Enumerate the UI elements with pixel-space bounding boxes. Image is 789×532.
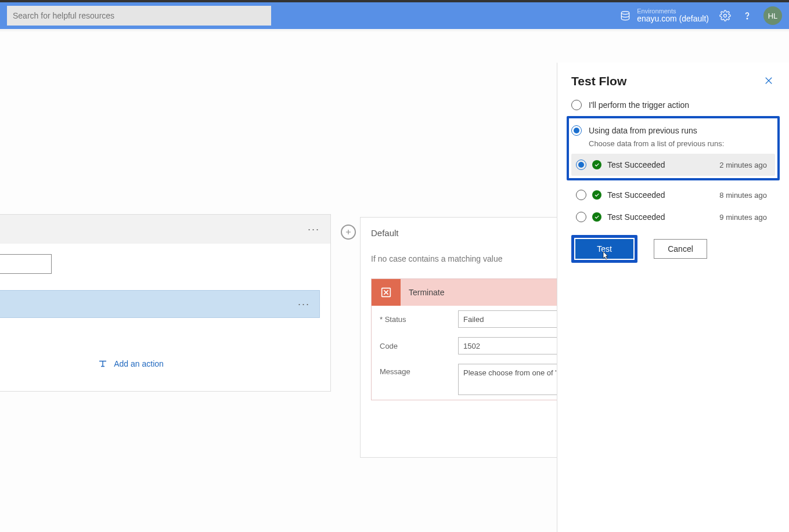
svg-point-0 (622, 11, 629, 14)
app-header: Environments enayu.com (default) HL (0, 0, 789, 29)
run-row-0[interactable]: Test Succeeded 2 minutes ago (571, 154, 775, 176)
plus-icon (344, 228, 352, 236)
radio-icon (571, 100, 582, 110)
run-label: Test Succeeded (607, 212, 714, 222)
success-icon (592, 160, 601, 169)
run-row-1[interactable]: Test Succeeded 8 minutes ago (571, 184, 775, 206)
search-input[interactable] (7, 6, 271, 26)
run-time: 9 minutes ago (719, 213, 772, 222)
run-row-2[interactable]: Test Succeeded 9 minutes ago (571, 206, 775, 228)
panel-title: Test Flow (571, 74, 626, 88)
radio-icon (571, 125, 582, 136)
status-label: * Status (380, 315, 452, 324)
radio-icon (576, 212, 586, 222)
code-label: Code (380, 342, 452, 350)
flow-canvas: ··· e a card ··· Add an action Default I… (0, 31, 789, 532)
card-more-icon[interactable]: ··· (308, 223, 320, 236)
previous-runs-helper: Choose data from a list of previous runs… (589, 139, 775, 148)
switch-card-body: e a card ··· Add an action (0, 244, 330, 391)
user-avatar[interactable]: HL (763, 6, 782, 25)
settings-icon[interactable] (719, 10, 731, 21)
option-manual-trigger[interactable]: I'll perform the trigger action (571, 96, 775, 114)
radio-icon (576, 160, 586, 170)
cancel-button[interactable]: Cancel (654, 239, 707, 259)
trello-create-card-action[interactable]: e a card ··· (0, 290, 320, 318)
run-time: 2 minutes ago (719, 161, 772, 169)
test-button[interactable]: Test (575, 239, 633, 259)
add-action-icon (98, 359, 108, 369)
environment-name: enayu.com (default) (637, 15, 709, 23)
run-label: Test Succeeded (607, 190, 714, 200)
action-more-icon[interactable]: ··· (298, 298, 310, 310)
highlight-previous-runs: Using data from previous runs Choose dat… (567, 116, 780, 180)
add-action-label: Add an action (114, 359, 164, 368)
option-previous-label: Using data from previous runs (589, 126, 697, 135)
terminate-title: Terminate (409, 288, 444, 297)
environment-picker[interactable]: Environments enayu.com (default) (619, 8, 709, 23)
run-label: Test Succeeded (607, 160, 714, 169)
panel-buttons: Test Cancel (571, 235, 775, 263)
message-label: Message (380, 364, 452, 376)
highlight-test-button: Test (571, 235, 637, 263)
close-icon[interactable] (763, 75, 775, 87)
svg-point-2 (747, 18, 747, 19)
option-previous-runs[interactable]: Using data from previous runs (571, 122, 775, 139)
test-flow-panel: Test Flow I'll perform the trigger actio… (557, 63, 789, 532)
avatar-initials: HL (768, 12, 778, 20)
option-manual-label: I'll perform the trigger action (589, 100, 689, 110)
switch-card-header: ··· (0, 215, 330, 244)
environment-text: Environments enayu.com (default) (637, 8, 709, 23)
run-time: 8 minutes ago (719, 191, 772, 200)
terminate-icon (372, 279, 401, 306)
success-icon (592, 212, 601, 222)
switch-case-card: ··· e a card ··· Add an action (0, 214, 331, 392)
add-action-button[interactable]: Add an action (0, 359, 320, 381)
svg-point-1 (724, 15, 727, 17)
success-icon (592, 190, 601, 200)
add-case-button[interactable] (341, 225, 356, 240)
case-value-input[interactable] (0, 254, 52, 274)
help-icon[interactable] (741, 10, 753, 21)
panel-header: Test Flow (571, 74, 775, 88)
environment-icon (619, 10, 631, 21)
radio-icon (576, 190, 586, 200)
header-right: Environments enayu.com (default) HL (619, 6, 782, 25)
